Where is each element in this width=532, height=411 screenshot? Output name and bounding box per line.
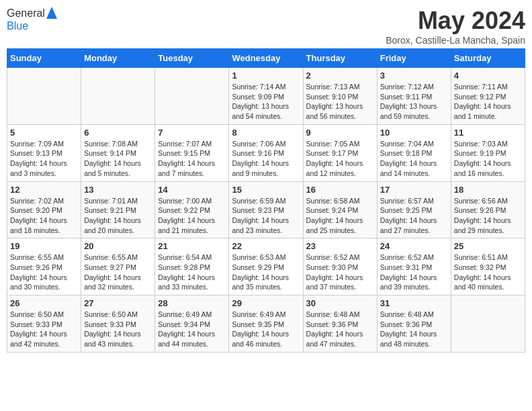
- day-info: Sunrise: 7:14 AM Sunset: 9:09 PM Dayligh…: [232, 82, 300, 122]
- day-cell-0-6: 4Sunrise: 7:11 AM Sunset: 9:12 PM Daylig…: [451, 68, 525, 125]
- weekday-header-row: SundayMondayTuesdayWednesdayThursdayFrid…: [7, 49, 525, 68]
- svg-marker-0: [46, 7, 57, 19]
- day-cell-4-3: 29Sunrise: 6:49 AM Sunset: 9:35 PM Dayli…: [229, 295, 303, 353]
- day-number: 18: [454, 185, 522, 195]
- logo-blue-text: Blue: [7, 20, 57, 32]
- day-info: Sunrise: 6:53 AM Sunset: 9:29 PM Dayligh…: [232, 253, 300, 292]
- day-number: 9: [306, 128, 374, 138]
- day-cell-3-5: 24Sunrise: 6:52 AM Sunset: 9:31 PM Dayli…: [377, 238, 451, 295]
- day-info: Sunrise: 6:48 AM Sunset: 9:36 PM Dayligh…: [306, 310, 374, 349]
- day-info: Sunrise: 7:03 AM Sunset: 9:19 PM Dayligh…: [454, 139, 522, 179]
- day-cell-3-3: 22Sunrise: 6:53 AM Sunset: 9:29 PM Dayli…: [229, 238, 303, 295]
- day-cell-4-4: 30Sunrise: 6:48 AM Sunset: 9:36 PM Dayli…: [303, 295, 377, 353]
- logo-triangle-icon: [46, 7, 57, 20]
- day-cell-4-2: 28Sunrise: 6:49 AM Sunset: 9:34 PM Dayli…: [155, 295, 229, 353]
- header-tuesday: Tuesday: [155, 49, 229, 68]
- day-info: Sunrise: 6:50 AM Sunset: 9:33 PM Dayligh…: [10, 310, 78, 349]
- week-row-2: 5Sunrise: 7:09 AM Sunset: 9:13 PM Daylig…: [7, 124, 525, 181]
- day-number: 22: [232, 241, 300, 251]
- day-info: Sunrise: 6:49 AM Sunset: 9:35 PM Dayligh…: [232, 310, 300, 349]
- header-wednesday: Wednesday: [229, 49, 303, 68]
- day-info: Sunrise: 7:13 AM Sunset: 9:10 PM Dayligh…: [306, 82, 374, 122]
- day-cell-2-0: 12Sunrise: 7:02 AM Sunset: 9:20 PM Dayli…: [7, 181, 81, 238]
- page-header: General Blue May 2024 Borox, Castille-La…: [7, 7, 525, 46]
- day-number: 26: [10, 298, 78, 308]
- day-info: Sunrise: 6:58 AM Sunset: 9:24 PM Dayligh…: [306, 196, 374, 236]
- day-number: 5: [10, 128, 78, 138]
- day-info: Sunrise: 7:05 AM Sunset: 9:17 PM Dayligh…: [306, 139, 374, 179]
- calendar-table: SundayMondayTuesdayWednesdayThursdayFrid…: [7, 48, 525, 353]
- title-block: May 2024 Borox, Castille-La Mancha, Spai…: [386, 7, 525, 46]
- day-number: 1: [232, 71, 300, 81]
- week-row-4: 19Sunrise: 6:55 AM Sunset: 9:26 PM Dayli…: [7, 238, 525, 295]
- day-info: Sunrise: 6:59 AM Sunset: 9:23 PM Dayligh…: [232, 196, 300, 236]
- day-info: Sunrise: 6:55 AM Sunset: 9:26 PM Dayligh…: [10, 253, 78, 292]
- day-info: Sunrise: 7:12 AM Sunset: 9:11 PM Dayligh…: [380, 82, 448, 122]
- day-info: Sunrise: 7:09 AM Sunset: 9:13 PM Dayligh…: [10, 139, 78, 179]
- day-number: 17: [380, 185, 448, 195]
- day-cell-1-4: 9Sunrise: 7:05 AM Sunset: 9:17 PM Daylig…: [303, 124, 377, 181]
- day-number: 2: [306, 71, 374, 81]
- day-cell-2-4: 16Sunrise: 6:58 AM Sunset: 9:24 PM Dayli…: [303, 181, 377, 238]
- day-cell-1-3: 8Sunrise: 7:06 AM Sunset: 9:16 PM Daylig…: [229, 124, 303, 181]
- day-info: Sunrise: 6:56 AM Sunset: 9:26 PM Dayligh…: [454, 196, 522, 236]
- day-cell-0-1: [81, 68, 155, 125]
- day-cell-1-1: 6Sunrise: 7:08 AM Sunset: 9:14 PM Daylig…: [81, 124, 155, 181]
- day-cell-4-5: 31Sunrise: 6:48 AM Sunset: 9:36 PM Dayli…: [377, 295, 451, 353]
- day-number: 23: [306, 241, 374, 251]
- day-cell-3-1: 20Sunrise: 6:55 AM Sunset: 9:27 PM Dayli…: [81, 238, 155, 295]
- day-number: 7: [158, 128, 226, 138]
- day-cell-1-6: 11Sunrise: 7:03 AM Sunset: 9:19 PM Dayli…: [451, 124, 525, 181]
- day-number: 6: [84, 128, 152, 138]
- header-sunday: Sunday: [7, 49, 81, 68]
- day-cell-2-3: 15Sunrise: 6:59 AM Sunset: 9:23 PM Dayli…: [229, 181, 303, 238]
- day-info: Sunrise: 6:55 AM Sunset: 9:27 PM Dayligh…: [84, 253, 152, 292]
- header-saturday: Saturday: [451, 49, 525, 68]
- header-thursday: Thursday: [303, 49, 377, 68]
- day-cell-3-6: 25Sunrise: 6:51 AM Sunset: 9:32 PM Dayli…: [451, 238, 525, 295]
- day-cell-1-2: 7Sunrise: 7:07 AM Sunset: 9:15 PM Daylig…: [155, 124, 229, 181]
- header-friday: Friday: [377, 49, 451, 68]
- day-number: 19: [10, 241, 78, 251]
- day-info: Sunrise: 6:51 AM Sunset: 9:32 PM Dayligh…: [454, 253, 522, 292]
- week-row-3: 12Sunrise: 7:02 AM Sunset: 9:20 PM Dayli…: [7, 181, 525, 238]
- day-number: 21: [158, 241, 226, 251]
- week-row-5: 26Sunrise: 6:50 AM Sunset: 9:33 PM Dayli…: [7, 295, 525, 353]
- day-number: 3: [380, 71, 448, 81]
- day-number: 14: [158, 185, 226, 195]
- month-title: May 2024: [386, 7, 525, 35]
- day-info: Sunrise: 7:11 AM Sunset: 9:12 PM Dayligh…: [454, 82, 522, 122]
- day-number: 16: [306, 185, 374, 195]
- day-cell-4-1: 27Sunrise: 6:50 AM Sunset: 9:33 PM Dayli…: [81, 295, 155, 353]
- day-info: Sunrise: 7:01 AM Sunset: 9:21 PM Dayligh…: [84, 196, 152, 236]
- day-cell-3-0: 19Sunrise: 6:55 AM Sunset: 9:26 PM Dayli…: [7, 238, 81, 295]
- day-number: 10: [380, 128, 448, 138]
- day-cell-0-0: [7, 68, 81, 125]
- day-number: 31: [380, 298, 448, 308]
- day-info: Sunrise: 7:02 AM Sunset: 9:20 PM Dayligh…: [10, 196, 78, 236]
- day-info: Sunrise: 6:48 AM Sunset: 9:36 PM Dayligh…: [380, 310, 448, 349]
- day-info: Sunrise: 6:52 AM Sunset: 9:30 PM Dayligh…: [306, 253, 374, 292]
- day-cell-2-2: 14Sunrise: 7:00 AM Sunset: 9:22 PM Dayli…: [155, 181, 229, 238]
- day-info: Sunrise: 7:06 AM Sunset: 9:16 PM Dayligh…: [232, 139, 300, 179]
- day-cell-3-2: 21Sunrise: 6:54 AM Sunset: 9:28 PM Dayli…: [155, 238, 229, 295]
- day-cell-2-1: 13Sunrise: 7:01 AM Sunset: 9:21 PM Dayli…: [81, 181, 155, 238]
- header-monday: Monday: [81, 49, 155, 68]
- day-number: 15: [232, 185, 300, 195]
- day-number: 25: [454, 241, 522, 251]
- day-number: 29: [232, 298, 300, 308]
- day-info: Sunrise: 7:00 AM Sunset: 9:22 PM Dayligh…: [158, 196, 226, 236]
- week-row-1: 1Sunrise: 7:14 AM Sunset: 9:09 PM Daylig…: [7, 68, 525, 125]
- day-number: 27: [84, 298, 152, 308]
- day-info: Sunrise: 7:04 AM Sunset: 9:18 PM Dayligh…: [380, 139, 448, 179]
- day-cell-0-4: 2Sunrise: 7:13 AM Sunset: 9:10 PM Daylig…: [303, 68, 377, 125]
- day-number: 13: [84, 185, 152, 195]
- day-number: 4: [454, 71, 522, 81]
- day-cell-4-6: [451, 295, 525, 353]
- day-cell-3-4: 23Sunrise: 6:52 AM Sunset: 9:30 PM Dayli…: [303, 238, 377, 295]
- day-info: Sunrise: 7:08 AM Sunset: 9:14 PM Dayligh…: [84, 139, 152, 179]
- location: Borox, Castille-La Mancha, Spain: [386, 35, 525, 46]
- day-info: Sunrise: 7:07 AM Sunset: 9:15 PM Dayligh…: [158, 139, 226, 179]
- day-cell-0-5: 3Sunrise: 7:12 AM Sunset: 9:11 PM Daylig…: [377, 68, 451, 125]
- day-number: 24: [380, 241, 448, 251]
